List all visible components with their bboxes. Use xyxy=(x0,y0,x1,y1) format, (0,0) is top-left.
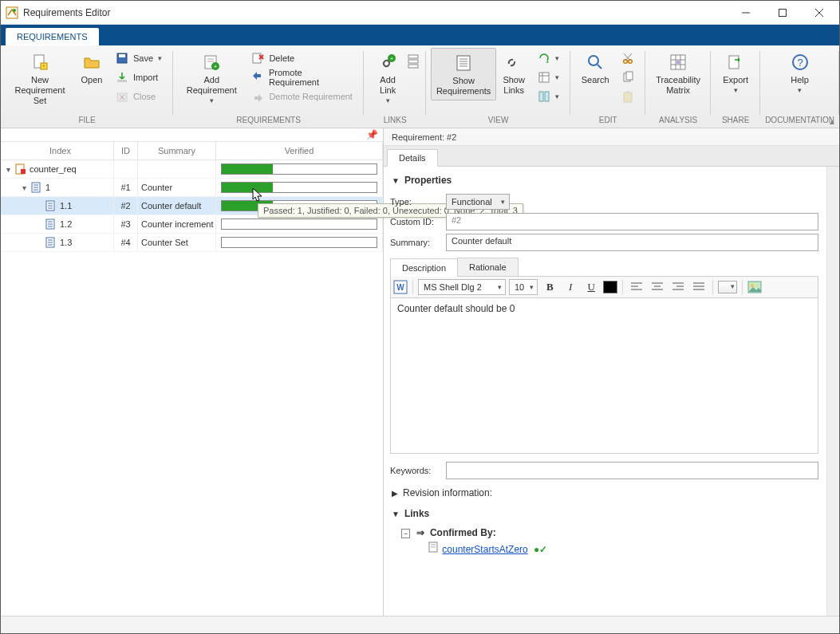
group-label-analysis: ANALYSIS xyxy=(659,116,697,128)
demote-requirement-button: Demote Requirement xyxy=(248,88,356,105)
svg-rect-37 xyxy=(545,92,549,101)
add-link-button[interactable]: + Add Link xyxy=(369,48,407,109)
open-button[interactable]: Open xyxy=(74,48,109,89)
summary-label: Summary: xyxy=(390,238,446,247)
header-id[interactable]: ID xyxy=(114,142,138,159)
promote-requirement-button[interactable]: Promote Requirement xyxy=(248,69,356,86)
svg-text:W: W xyxy=(396,283,404,292)
custom-id-field[interactable]: #2 xyxy=(446,213,818,230)
search-button[interactable]: Search xyxy=(575,48,615,89)
export-button[interactable]: Export xyxy=(716,48,755,99)
editor-toolbar: W MS Shell Dlg 2 10 B I U xyxy=(390,277,818,298)
description-editor[interactable]: Counter default should be 0 xyxy=(390,298,818,454)
tab-details[interactable]: Details xyxy=(387,149,438,167)
copy-button[interactable] xyxy=(618,69,637,86)
link-item[interactable]: counterStartsAtZero xyxy=(442,544,527,555)
tab-rationale[interactable]: Rationale xyxy=(457,258,518,276)
header-verified[interactable]: Verified xyxy=(216,142,383,159)
view-refresh-button[interactable] xyxy=(534,49,562,67)
section-revision[interactable]: ▶Revision information: xyxy=(390,482,818,503)
svg-rect-58 xyxy=(21,169,26,174)
keywords-field[interactable] xyxy=(446,462,818,479)
section-links[interactable]: ▼Links xyxy=(390,503,818,524)
collapse-icon[interactable]: − xyxy=(401,529,410,538)
matrix-icon xyxy=(668,53,688,72)
tab-description[interactable]: Description xyxy=(390,258,458,277)
italic-button[interactable]: I xyxy=(562,279,579,295)
scrollbar[interactable] xyxy=(826,167,839,616)
tree-row[interactable]: 1.2 #3 Counter increment xyxy=(1,215,383,234)
traceability-matrix-button[interactable]: Traceability Matrix xyxy=(650,48,706,99)
close-button[interactable] xyxy=(801,2,838,24)
group-label-file: FILE xyxy=(78,116,95,128)
delete-requirement-button[interactable]: Delete xyxy=(248,49,356,67)
document-lines-icon xyxy=(454,53,473,73)
svg-text:+: + xyxy=(41,62,45,70)
font-family-select[interactable]: MS Shell Dlg 2 xyxy=(418,279,506,295)
show-links-button[interactable]: Show Links xyxy=(496,48,531,99)
svg-point-38 xyxy=(589,56,598,65)
align-center-button[interactable] xyxy=(649,279,666,295)
view-columns-button[interactable] xyxy=(534,69,562,86)
reqset-icon xyxy=(15,163,26,175)
cut-button[interactable] xyxy=(618,49,637,67)
svg-text:+: + xyxy=(214,63,218,70)
chainlink-icon xyxy=(504,53,523,72)
insert-image-button[interactable] xyxy=(747,281,762,293)
align-justify-button[interactable] xyxy=(690,279,708,295)
requirement-icon xyxy=(45,219,57,230)
link-doc-icon xyxy=(428,544,440,555)
tree-row[interactable]: ▾1 #1 Counter xyxy=(1,179,383,197)
link-group: − ⇒ Confirmed By: counterStartsAtZero ●✓ xyxy=(390,524,818,558)
tree-row[interactable]: 1.3 #4 Counter Set xyxy=(1,234,383,252)
show-requirements-button[interactable]: Show Requirements xyxy=(431,48,496,100)
import-button[interactable]: Import xyxy=(112,69,165,86)
svg-rect-53 xyxy=(676,61,680,64)
svg-text:?: ? xyxy=(797,57,803,69)
bold-button[interactable]: B xyxy=(541,279,558,295)
svg-rect-47 xyxy=(626,91,629,93)
svg-rect-28 xyxy=(457,56,470,70)
header-summary[interactable]: Summary xyxy=(138,142,216,159)
export-icon xyxy=(726,53,745,72)
maximize-button[interactable] xyxy=(764,2,801,24)
type-select[interactable]: Functional xyxy=(446,194,510,210)
svg-rect-10 xyxy=(119,54,125,57)
save-button[interactable]: Save xyxy=(112,49,165,67)
pin-icon[interactable]: 📌 xyxy=(366,129,378,140)
align-left-button[interactable] xyxy=(628,279,645,295)
tab-requirements[interactable]: REQUIREMENTS xyxy=(6,28,99,45)
help-button[interactable]: ? Help xyxy=(780,48,820,99)
summary-field[interactable]: Counter default xyxy=(446,234,818,251)
new-requirement-set-button[interactable]: + New Requirement Set xyxy=(6,48,74,109)
text-color-button[interactable] xyxy=(603,281,617,293)
svg-rect-25 xyxy=(408,55,418,58)
ribbon-collapse-icon[interactable]: ▲ xyxy=(828,117,836,126)
svg-point-90 xyxy=(751,284,754,287)
group-label-links: LINKS xyxy=(384,116,407,128)
open-folder-icon xyxy=(82,53,101,72)
highlight-color-button[interactable] xyxy=(718,281,737,293)
keywords-label: Keywords: xyxy=(390,466,446,475)
group-label-view: VIEW xyxy=(488,116,509,128)
svg-rect-26 xyxy=(408,60,418,63)
close-file-button: Close xyxy=(112,88,165,105)
links-extra-button[interactable] xyxy=(407,48,421,78)
window-title: Requirements Editor xyxy=(23,7,728,18)
section-properties[interactable]: ▼Properties xyxy=(390,170,818,191)
svg-rect-11 xyxy=(117,80,127,82)
add-requirement-button[interactable]: + Add Requirement xyxy=(178,48,245,109)
underline-button[interactable]: U xyxy=(582,279,600,295)
group-label-docs: DOCUMENTATION xyxy=(765,116,834,128)
tree-root-row[interactable]: ▾counter_req xyxy=(1,160,383,179)
requirements-tree-pane: 📌 Index ID Summary Verified ▾counter_req… xyxy=(1,128,384,616)
word-icon[interactable]: W xyxy=(393,280,408,294)
title-bar: Requirements Editor xyxy=(1,1,839,25)
tree-body: ▾counter_req ▾1 #1 Counter 1.1 #2 Counte… xyxy=(1,160,383,616)
header-index[interactable]: Index xyxy=(1,142,114,159)
align-right-button[interactable] xyxy=(669,279,687,295)
search-icon xyxy=(586,53,605,72)
font-size-select[interactable]: 10 xyxy=(509,279,538,295)
view-layout-button[interactable] xyxy=(534,88,562,105)
minimize-button[interactable] xyxy=(728,2,764,24)
